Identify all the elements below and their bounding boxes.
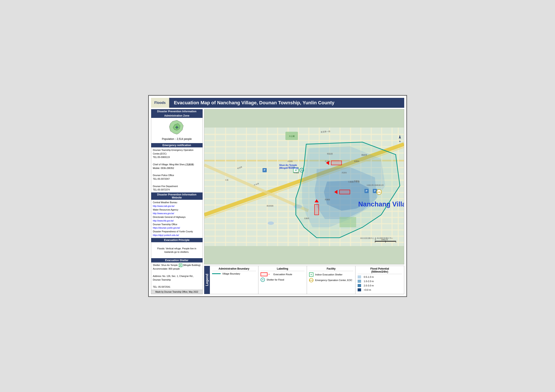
made-by: Made by Dounan Township Office, May 2022 <box>151 290 203 294</box>
shelter-name: Shelter: Shun An Temple 水 (Mingde Buildi… <box>153 263 201 267</box>
website-cwb: Central Weather Bureauhttp://www.cwb.gov… <box>153 201 201 208</box>
svg-text:高社社區活動中心 余 高社關宮宣選托 平心: 高社社區活動中心 余 高社關宮宣選托 平心 <box>360 237 393 239</box>
shelter-flood-item: 水 Shelter for Flood <box>261 278 305 282</box>
flood-swatch-3 <box>358 284 361 287</box>
svg-rect-21 <box>204 229 404 230</box>
website-dounan: Dounan Township Officehttps://dounan.yun… <box>153 223 201 230</box>
floods-label: Floods <box>154 101 166 105</box>
svg-text:斗南第二市場: 斗南第二市場 <box>348 181 359 183</box>
svg-text:P: P <box>263 169 265 171</box>
evac-principle-text: Floods: Vertical refuge. People live in … <box>153 247 201 254</box>
section1-title: Disaster Prevention Information <box>157 110 196 113</box>
svg-rect-61 <box>339 190 350 194</box>
map-container: 大公園 0 100公尺 <box>204 109 404 265</box>
svg-rect-7 <box>204 140 404 141</box>
flood-level-4: >3.0 m <box>358 288 402 291</box>
evac-shelter-header: Evacuation Shelter <box>151 258 203 263</box>
svg-text:明德路: 明德路 <box>293 172 299 174</box>
svg-rect-23 <box>204 242 404 243</box>
village-boundary-item: Village Boundary <box>212 272 256 275</box>
admin-map-area: Population：2,514 people <box>151 118 203 143</box>
legend-title: Legend <box>204 266 210 294</box>
flood-swatch-2 <box>358 280 361 283</box>
svg-text:南鎮里: 南鎮里 <box>361 154 367 156</box>
svg-point-46 <box>268 221 274 225</box>
contact-chief: Chief of Village: Ming-Wei Shen,(沈銘偉)Mob… <box>153 163 201 170</box>
svg-text:H: H <box>295 169 297 171</box>
contact-eoc: Dounan Township Emergency Operation Cent… <box>153 148 201 159</box>
shelter-water-icon: 水 <box>179 264 182 267</box>
svg-text:斗南分局斗南南派出所: 斗南分局斗南南派出所 <box>366 184 384 186</box>
evac-principle-header: Evacuation Principle <box>151 238 203 242</box>
svg-rect-29 <box>267 128 268 246</box>
contact-police: Dounan Police OfficeTEL:05-5972047 <box>153 173 201 181</box>
svg-text:武昌路: 武昌路 <box>287 160 292 162</box>
village-name-label: Nanchang Village <box>358 200 404 208</box>
website-thb: Directorate General of Highwayshttp://ww… <box>153 215 201 223</box>
website-wra: Water Resources Agencyhttp://www.wra.gov… <box>153 208 201 215</box>
facility-title: Facility <box>309 267 353 271</box>
svg-text:新興街: 新興街 <box>354 160 359 162</box>
flood-label-4: >3.0 m <box>364 289 371 291</box>
svg-rect-24 <box>215 128 216 246</box>
labelling-title: Labelling <box>261 267 305 271</box>
shelter-flood-icon: 水 <box>261 278 265 282</box>
contact-fire: Dounan Fire DepartmentTEL:05-5972374 <box>153 185 201 192</box>
evacuation-route-icon: → <box>261 272 268 276</box>
flood-swatch-4 <box>358 288 361 291</box>
contacts-block: Dounan Township Emergency Operation Cent… <box>151 147 203 193</box>
info-website-header: Disaster Prevention Information Website <box>151 192 203 200</box>
svg-rect-54 <box>375 241 375 242</box>
population-text: Population：2,514 people <box>162 137 191 141</box>
svg-text:中正路: 中正路 <box>325 160 330 162</box>
svg-text:P: P <box>374 190 376 192</box>
legend-admin-boundary: Administrative Boundary Village Boundary <box>210 266 258 294</box>
disaster-prevention-header: Disaster Prevention Information <box>151 109 203 114</box>
administration-zone-header: Administration Zone <box>151 114 203 118</box>
header-title: Evacuation Map of Nanchang Village, Doun… <box>169 98 339 108</box>
svg-text:Shun An Temple: Shun An Temple <box>279 164 297 166</box>
evac-principle-content: Floods: Vertical refuge. People live in … <box>151 242 203 258</box>
eoc-item: EOC Emergency Operation Center, EOC <box>309 278 353 282</box>
outer-frame: Floods Evacuation Map of Nanchang Villag… <box>148 95 407 297</box>
svg-text:斗南: 斗南 <box>225 179 228 181</box>
village-boundary-label: Village Boundary <box>222 272 240 275</box>
flood-swatch-1 <box>358 275 361 278</box>
population: Population：2,514 people <box>152 136 202 142</box>
svg-rect-55 <box>385 241 386 242</box>
legend-bar: Legend Administrative Boundary Village B… <box>204 266 404 294</box>
section2-title: Administration Zone <box>164 114 189 117</box>
village-boundary-line-icon <box>212 273 221 274</box>
svg-rect-63 <box>314 204 319 215</box>
header-bar: Floods Evacuation Map of Nanchang Villag… <box>151 98 404 108</box>
map-svg: 大公園 0 100公尺 <box>204 109 404 264</box>
legend-facility: Facility H Indoor Evacuation Shelter EOC… <box>307 266 355 294</box>
flood-level-1: 0.5-1.0 m <box>358 275 402 278</box>
legend-labelling: Labelling → Evacuation Route 水 Shelte <box>258 266 307 294</box>
flood-potential-title: Flood Potential(500mm/24hr) <box>358 267 402 274</box>
shelter-address: Address: No. 126, Sec. 1, Chang'an Rd., … <box>153 274 201 282</box>
flood-level-2: 1.0-2.0 m <box>358 280 402 283</box>
floods-tab: Floods <box>151 98 169 108</box>
main-content: Disaster Prevention Information Administ… <box>151 109 404 294</box>
shelter-tel: TEL: 05-5972541 <box>153 285 201 289</box>
svg-text:P: P <box>366 190 367 192</box>
svg-rect-6 <box>204 134 404 135</box>
emergency-header: Emergency notification <box>151 143 203 147</box>
svg-text:南昌南路: 南昌南路 <box>267 205 273 207</box>
evacuation-route-item: → Evacuation Route <box>261 272 305 276</box>
website-dpyl: Disaster Preparedness of Yunlin Countyht… <box>153 230 201 237</box>
svg-text:民權路: 民權路 <box>325 199 330 201</box>
eoc-label: Emergency Operation Center, EOC <box>315 279 352 281</box>
flood-label-1: 0.5-1.0 m <box>364 276 374 278</box>
shelter-flood-label: Shelter for Flood <box>267 278 284 281</box>
svg-rect-22 <box>204 235 404 237</box>
left-panel: Disaster Prevention Information Administ… <box>151 109 203 294</box>
svg-text:N: N <box>399 140 401 143</box>
flood-label-2: 1.0-2.0 m <box>364 280 374 283</box>
svg-text:明昌里: 明昌里 <box>327 153 333 155</box>
indoor-shelter-item: H Indoor Evacuation Shelter <box>309 272 353 277</box>
svg-text:忠義街: 忠義街 <box>304 217 309 219</box>
svg-rect-27 <box>246 128 247 246</box>
legend-content: Administrative Boundary Village Boundary… <box>210 266 404 294</box>
